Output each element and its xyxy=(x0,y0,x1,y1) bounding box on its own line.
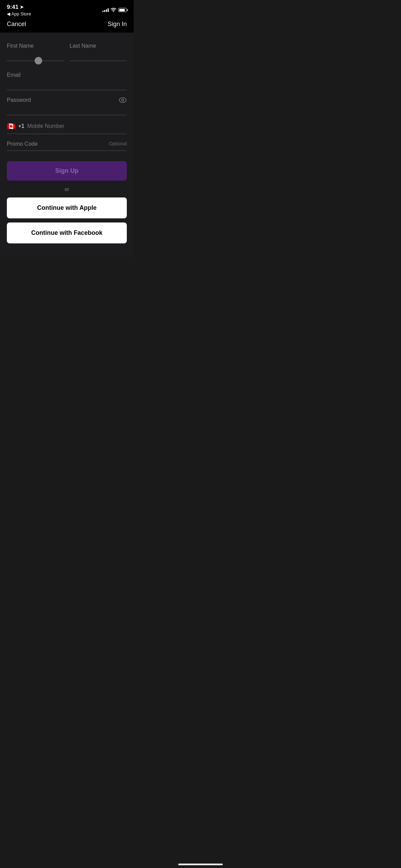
battery-fill xyxy=(119,9,125,11)
first-name-label: First Name xyxy=(7,43,64,49)
time-display: 9:41 xyxy=(7,4,19,11)
battery-icon xyxy=(118,8,127,12)
last-name-field: Last Name xyxy=(70,43,127,61)
email-label: Email xyxy=(7,72,127,78)
nav-bar: Cancel Sign In xyxy=(0,17,134,33)
country-code: +1 xyxy=(18,123,24,129)
status-bar: 9:41 ➤ ◀ App Store xyxy=(0,0,134,17)
password-toggle-button[interactable] xyxy=(119,97,127,104)
app-store-back[interactable]: ◀ App Store xyxy=(7,11,31,16)
canada-flag-icon: 🇨🇦 xyxy=(7,122,15,130)
back-chevron-icon: ◀ xyxy=(7,11,10,16)
eye-icon xyxy=(119,97,127,103)
continue-apple-button[interactable]: Continue with Apple xyxy=(7,197,127,218)
promo-code-label: Promo Code xyxy=(7,141,38,147)
continue-facebook-button[interactable]: Continue with Facebook xyxy=(7,222,127,243)
cancel-button[interactable]: Cancel xyxy=(7,21,26,28)
wifi-icon xyxy=(111,8,116,12)
signup-form: First Name Last Name Email Password 🇨🇦 +… xyxy=(0,33,134,257)
status-time: 9:41 ➤ xyxy=(7,4,31,11)
password-input[interactable] xyxy=(7,105,127,111)
sign-in-button[interactable]: Sign In xyxy=(108,21,127,28)
password-field: Password xyxy=(7,97,127,115)
sign-up-button[interactable]: Sign Up xyxy=(7,161,127,181)
status-right xyxy=(102,8,127,12)
signal-bars-icon xyxy=(102,8,109,12)
email-input[interactable] xyxy=(7,80,127,86)
last-name-label: Last Name xyxy=(70,43,127,49)
phone-field: 🇨🇦 +1 xyxy=(7,122,127,134)
signal-bar-2 xyxy=(104,10,105,12)
password-label: Password xyxy=(7,97,127,103)
battery-tip xyxy=(127,9,128,11)
email-field: Email xyxy=(7,72,127,90)
signal-bar-1 xyxy=(102,11,104,12)
promo-optional-label: Optional xyxy=(109,141,127,146)
svg-point-0 xyxy=(119,98,126,103)
mobile-number-input[interactable] xyxy=(27,123,127,129)
location-arrow-icon: ➤ xyxy=(20,4,24,10)
or-divider: or xyxy=(7,186,127,192)
signal-bar-3 xyxy=(106,9,107,12)
first-name-field: First Name xyxy=(7,43,64,61)
promo-code-field: Promo Code Optional xyxy=(7,141,127,151)
back-label: App Store xyxy=(11,11,31,16)
last-name-input[interactable] xyxy=(70,51,127,57)
status-left: 9:41 ➤ ◀ App Store xyxy=(7,4,31,16)
name-row: First Name Last Name xyxy=(7,43,127,68)
first-name-input[interactable] xyxy=(7,51,64,57)
svg-point-1 xyxy=(122,99,124,101)
slider-dot xyxy=(35,57,42,64)
signal-bar-4 xyxy=(108,8,109,12)
or-label: or xyxy=(64,186,69,192)
